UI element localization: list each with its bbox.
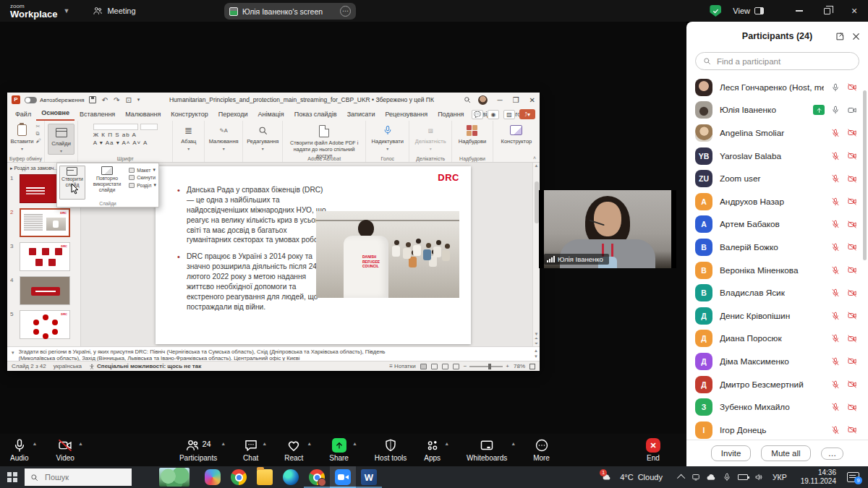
apps-chevron-icon[interactable]: ▲ (444, 441, 449, 446)
maximize-button[interactable] (813, 0, 841, 22)
whiteboards-button[interactable]: Whiteboards ▲ (467, 438, 516, 462)
participant-row[interactable]: В Валерій Божко (686, 236, 868, 259)
participant-row[interactable]: З Зубенко Михайло (686, 395, 868, 419)
more-button[interactable]: More (533, 438, 550, 462)
camera-off-icon[interactable] (846, 197, 858, 206)
qat-chevron-icon[interactable]: ▾ (137, 97, 140, 103)
tab-meeting[interactable]: Meeting (93, 6, 135, 16)
mic-muted-icon[interactable] (831, 220, 840, 228)
ppt-ribbon-tab[interactable]: Малювання (120, 108, 166, 121)
mic-muted-icon[interactable] (831, 380, 840, 389)
section-menu-item[interactable]: Розділ ▾ (129, 182, 156, 188)
presenter-coach-icon[interactable]: ▨ (503, 110, 515, 119)
camera-off-icon[interactable] (846, 288, 858, 298)
mic-muted-icon[interactable] (831, 334, 840, 343)
participant-row[interactable]: І Ігор Донець (686, 419, 868, 440)
zoom-percentage[interactable]: 78% (514, 363, 525, 369)
slide-counter[interactable]: Слайд 2 з 42 (12, 363, 46, 369)
mic-muted-icon[interactable] (831, 174, 840, 183)
autosave-control[interactable]: Автозбереження (25, 97, 85, 103)
camera-off-icon[interactable] (846, 151, 858, 160)
tab-options-ellipsis-icon[interactable]: ⋯ (340, 6, 351, 17)
copy-icon[interactable]: ⧉ (36, 131, 41, 137)
autosave-toggle[interactable] (25, 97, 37, 103)
save-icon[interactable] (89, 96, 96, 103)
share-button[interactable]: Share ▲ (329, 438, 357, 462)
ppt-close-button[interactable]: ✕ (529, 96, 535, 104)
camera-off-icon[interactable] (846, 174, 858, 184)
mute-all-button[interactable]: Mute all (761, 445, 810, 461)
camera-on-icon[interactable] (846, 106, 858, 115)
slide-thumbnail-2-selected[interactable]: DRC (20, 208, 70, 237)
host-tools-button[interactable]: Host tools (375, 438, 407, 462)
ppt-ribbon-tab[interactable]: Подання (433, 108, 469, 121)
participant-row[interactable]: А Артем Бабаков (686, 213, 868, 236)
format-painter-icon[interactable]: 🖌 (36, 138, 41, 143)
taskbar-weather[interactable]: 1 4°C Cloudy (603, 473, 663, 482)
end-meeting-button[interactable]: ✕ End (646, 438, 660, 462)
ppt-ribbon-tab[interactable]: Анімація (252, 108, 289, 121)
slide-bullet-2[interactable]: DRC працює в Україні з 2014 року та знач… (177, 252, 331, 312)
camera-off-icon[interactable] (846, 334, 858, 343)
view-button[interactable]: View (733, 7, 764, 15)
font-name-select[interactable] (93, 124, 138, 130)
slide-photo[interactable]: DANISH REFUGEE COUNCIL (316, 211, 459, 298)
volume-icon[interactable] (754, 473, 763, 481)
ppt-account-avatar[interactable] (478, 95, 488, 105)
ppt-ribbon-tab[interactable]: Конструктор (166, 108, 213, 121)
dictate-button[interactable]: Надиктувати▾ (372, 124, 404, 151)
taskbar-app[interactable] (252, 466, 278, 488)
mic-muted-icon[interactable] (831, 266, 840, 275)
editing-button[interactable]: Редагування▾ (247, 124, 278, 151)
designer-button[interactable]: Конструктор (501, 124, 532, 145)
mic-muted-icon[interactable] (831, 403, 840, 411)
taskbar-search-box[interactable] (25, 468, 132, 486)
ppt-share-button[interactable]: ⤴▾ (519, 109, 535, 119)
participant-row[interactable]: В Вероніка Міненкова (686, 259, 868, 282)
tray-overflow-chevron-icon[interactable] (677, 474, 685, 482)
search-input[interactable] (715, 56, 851, 67)
workspace-chevron-down-icon[interactable]: ▼ (64, 7, 70, 14)
camera-off-icon[interactable] (846, 242, 858, 252)
participant-row[interactable]: В Владислав Ясик (686, 281, 868, 304)
share-chevron-icon[interactable]: ▲ (352, 441, 357, 446)
widgets-weather-thumbnail[interactable] (159, 468, 190, 487)
taskbar-app[interactable] (226, 466, 252, 488)
notes-collapse-icon[interactable]: ▾ (12, 348, 14, 356)
ppt-search-icon[interactable] (464, 96, 471, 103)
cut-icon[interactable]: ✂ (36, 124, 41, 129)
taskbar-app[interactable] (356, 466, 382, 488)
reset-menu-item[interactable]: Скинути (129, 175, 156, 180)
video-chevron-icon[interactable]: ▲ (78, 441, 83, 446)
reading-view-icon[interactable] (442, 364, 448, 369)
ppt-ribbon-tab[interactable]: Переходи (213, 108, 253, 121)
participant-row[interactable]: Д Диана Поросюк (686, 328, 868, 351)
mic-muted-icon[interactable] (831, 243, 840, 252)
slide-bullet-1[interactable]: Данська Рада у справах біженців (DRC) — … (177, 185, 331, 245)
ppt-ribbon-tab[interactable]: Вставлення (75, 108, 120, 121)
font-color-buttons[interactable]: A ▾ Aa ▾ A˄ A˅ A (93, 140, 158, 146)
participants-button[interactable]: 24 Participants ▲ (179, 438, 226, 462)
taskbar-app[interactable] (200, 466, 226, 488)
drawing-button[interactable]: ✎A Малювання▾ (209, 124, 239, 151)
notes-toggle[interactable]: ≡ Нотатки (389, 363, 415, 369)
ribbon-collapse-chevron-icon[interactable]: ˄ (533, 155, 536, 160)
notes-scrollbar[interactable]: ▲▼ (534, 348, 538, 360)
camera-off-icon[interactable] (846, 128, 858, 137)
create-adobe-pdf-button[interactable]: Створити файл Adobe PDF і надати до ньог… (287, 124, 361, 159)
camera-off-icon[interactable] (846, 265, 858, 275)
mic-muted-icon[interactable] (831, 426, 840, 435)
taskbar-app[interactable] (278, 466, 304, 488)
ppt-ribbon-tab[interactable]: Показ слайдів (289, 108, 342, 121)
camera-off-icon[interactable] (846, 220, 858, 229)
slideshow-icon[interactable]: ⊡ (125, 96, 131, 104)
taskbar-app[interactable] (304, 466, 330, 488)
camera-off-icon[interactable] (846, 425, 858, 435)
mic-icon[interactable] (831, 83, 840, 92)
participant-row[interactable]: Юлія Іваненко (686, 99, 868, 122)
ppt-ribbon-tab[interactable]: Записати (342, 108, 380, 121)
camera-off-icon[interactable] (846, 82, 858, 92)
mic-muted-icon[interactable] (831, 129, 840, 137)
participant-row[interactable]: Angelina Smoliar (686, 121, 868, 145)
whiteboards-chevron-icon[interactable]: ▲ (511, 441, 516, 446)
